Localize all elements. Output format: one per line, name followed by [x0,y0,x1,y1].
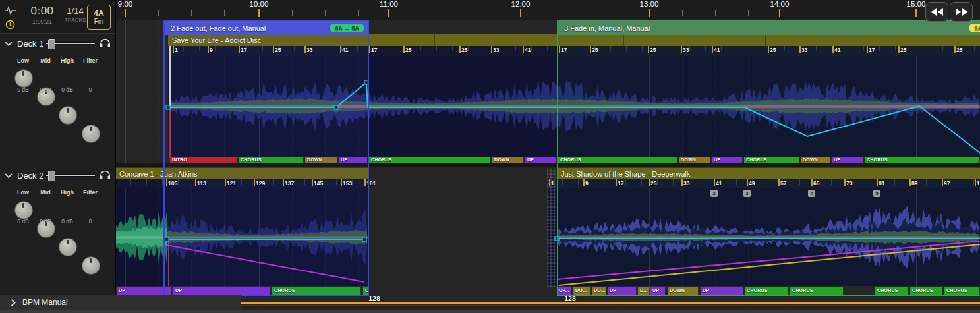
section-chorus[interactable]: CHORUS [369,157,491,163]
beat-number-label: 25 [275,47,281,53]
section-down[interactable]: DOWN [492,157,524,163]
transition-key-badge-text: 6A → 5A [335,25,359,32]
minor-gridline [587,20,587,286]
fast-forward-button[interactable] [950,2,973,22]
beat-number-label: 129 [256,180,265,186]
headphones-icon[interactable] [100,169,111,180]
deck1-volume-slider[interactable] [45,42,96,45]
section-up[interactable]: UP [173,287,270,295]
beat-number-label: 49 [749,180,755,186]
section-down[interactable]: DOWN [801,157,830,163]
time-ruler[interactable]: 9:0010:0011:0012:0013:0014:0015:00 [115,0,980,20]
bpm-automation-bar[interactable]: BPM Manual [0,295,241,310]
cue-marker-2[interactable]: 2 [710,190,718,197]
deck1-track-title[interactable]: Save Your Life - Addict Disc [168,34,980,46]
beat-number-label: 161 [366,180,376,186]
section-up[interactable]: UP [339,157,368,163]
beat-number-label: 9 [210,47,213,53]
ruler-minor-tick [879,10,879,16]
knob-value: 0 [80,86,100,93]
knob-label-mid: Mid [36,57,55,64]
slider-handle[interactable] [48,171,55,181]
transition-key-badge[interactable]: 5A [969,24,980,32]
section-chorus[interactable]: CHORUS [910,287,942,295]
section-up[interactable]: UP [608,287,637,295]
deck1-low-knob[interactable] [14,69,33,88]
ruler-hour-tick [520,9,521,17]
beat-tick [909,179,911,186]
section-chorus[interactable]: C... [363,287,369,295]
activity-icon [4,5,17,16]
section-up[interactable]: UP [701,287,743,295]
minor-gridline [682,20,683,286]
section-down[interactable]: DOWN [305,157,337,163]
beat-number-label: 17 [561,47,567,53]
ruler-hour-tick [125,9,126,17]
deck2-track-b-title[interactable]: Just Shadow of the Shape - Deeperwalk [557,167,980,179]
cue-marker-3[interactable]: 3 [743,190,751,197]
chevron-down-icon[interactable] [5,42,13,47]
section-up[interactable]: UP [832,157,863,163]
section-down[interactable]: DOWN [679,157,710,163]
minor-gridline [748,20,749,286]
section-chorus[interactable]: CHORUS [744,157,799,163]
section-down[interactable]: DO... [573,287,591,295]
transition-3-header[interactable]: 3 Fade in, Manual, Manual5A [558,21,980,35]
deck2-filter-knob[interactable] [82,256,100,275]
deck2-low-knob[interactable] [14,201,33,219]
section-up[interactable]: UP [650,287,666,295]
ruler-minor-tick [813,10,813,16]
master-key-badge[interactable]: 4A Fm [87,5,111,30]
beat-tick [942,179,943,186]
deck2-volume-slider[interactable] [45,174,96,177]
beat-tick [304,46,306,53]
bottom-strip [0,310,980,313]
ruler-minor-tick [620,10,620,16]
beat-number-label: 25 [650,47,656,53]
deck2-track-a-waveform-region[interactable] [115,188,368,286]
section-chorus[interactable]: CHORUS [790,287,844,295]
deck2-high-knob[interactable] [59,238,77,256]
section-chorus[interactable]: CHORUS [558,157,677,163]
slider-handle[interactable] [48,39,55,49]
transition-2-header[interactable]: 2 Fade out, Fade out, Manual6A → 5A [165,21,368,35]
deck1-track-waveform-region[interactable] [168,56,980,157]
ruler-minor-tick [292,10,293,16]
section-up[interactable]: UP... [557,287,572,295]
section-up[interactable]: UP [117,287,171,295]
rewind-button[interactable] [925,2,948,22]
deck1-track-beat-ruler: 1917253341172525334117252533412533411725… [168,46,980,56]
section-down[interactable]: DO... [592,287,606,295]
deck2-track-a-title[interactable]: Concave 1 - Juan Atkins [115,167,368,179]
beat-tick [954,46,956,53]
headphones-icon[interactable] [100,38,111,48]
section-chorus[interactable]: CHORUS [875,287,908,295]
section-chorus[interactable]: CHORUS [865,157,980,163]
deck1-filter-knob[interactable] [82,125,100,143]
section-down[interactable]: DOWN [668,287,699,295]
section-chorus[interactable]: CHORUS [745,287,788,295]
section-intro[interactable]: INTRO [170,157,237,163]
transition-key-badge[interactable]: 6A → 5A [330,24,364,32]
beat-tick [844,179,846,186]
beat-tick [832,46,834,53]
chevron-down-icon[interactable] [5,173,13,179]
beat-number-label: 41 [525,47,531,53]
section-chorus[interactable]: CHORUS [239,157,304,163]
deck1-high-knob[interactable] [59,106,77,125]
deck2-track-b-waveform-region[interactable] [547,188,980,286]
section-down[interactable]: D... [638,287,649,295]
beat-number-label: 33 [306,47,312,53]
cue-marker-5[interactable]: 5 [873,190,880,197]
section-up[interactable]: UP [525,157,557,163]
section-up[interactable]: UP [712,157,743,163]
section-chorus[interactable]: CHORUS [944,287,980,295]
knob-label-low: Low [14,57,32,64]
chevron-right-icon[interactable] [11,299,16,306]
cue-marker-4[interactable]: 4 [808,190,815,197]
section-chorus[interactable]: CHORUS [272,287,361,295]
beat-tick [239,46,240,53]
current-time: 0:00 [30,5,53,18]
beat-tick [341,179,342,186]
timeline-canvas[interactable]: Save Your Life - Addict Disc191725334117… [0,0,980,313]
